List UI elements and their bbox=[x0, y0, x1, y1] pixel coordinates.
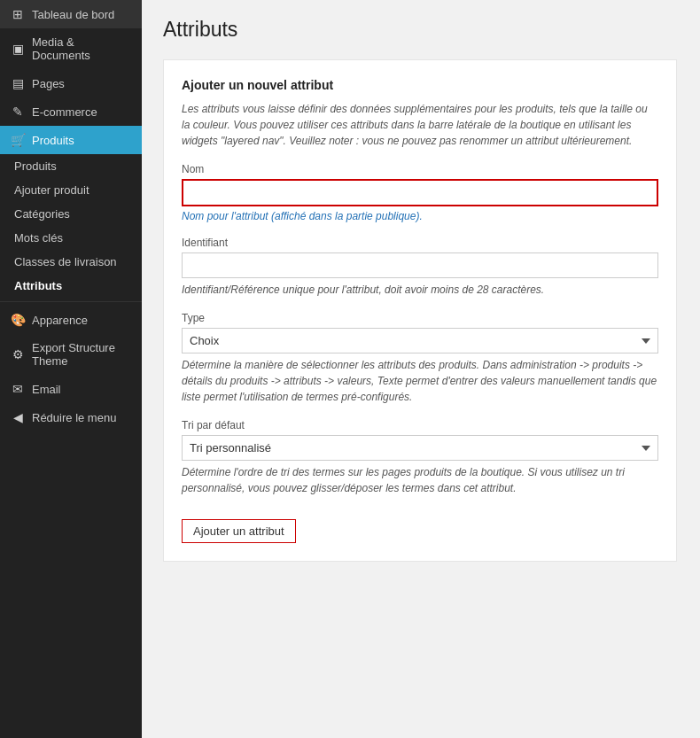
sub-attributs-label: Attributs bbox=[14, 279, 62, 292]
sub-mots-cles-label: Mots clés bbox=[14, 231, 63, 245]
sidebar-item-produits[interactable]: 🛒 Produits bbox=[0, 126, 142, 154]
sidebar-item-media[interactable]: ▣ Media & Documents bbox=[0, 28, 142, 69]
sidebar-item-email[interactable]: ✉ Email bbox=[0, 375, 142, 403]
sidebar-sub-classes-livraison[interactable]: Classes de livraison bbox=[0, 250, 142, 274]
type-select[interactable]: Choix Texte Liste bbox=[182, 328, 658, 353]
type-group: Type Choix Texte Liste Détermine la mani… bbox=[182, 312, 658, 405]
sidebar-item-reduire[interactable]: ◀ Réduire le menu bbox=[0, 403, 142, 431]
form-section-title: Ajouter un nouvel attribut bbox=[182, 78, 658, 92]
sidebar-item-export-structure[interactable]: ⚙ Export Structure Theme bbox=[0, 334, 142, 375]
email-icon: ✉ bbox=[11, 382, 25, 396]
tri-group: Tri par défaut Tri personnalisé Nom ID d… bbox=[182, 419, 658, 496]
sub-produits-label: Produits bbox=[14, 159, 57, 173]
tri-hint: Détermine l'ordre de tri des termes sur … bbox=[182, 464, 658, 496]
sidebar-label-media: Media & Documents bbox=[32, 35, 131, 62]
pages-icon: ▤ bbox=[11, 76, 25, 90]
sidebar-label-tableau: Tableau de bord bbox=[32, 8, 114, 21]
media-icon: ▣ bbox=[11, 42, 25, 56]
nom-label: Nom bbox=[182, 163, 658, 175]
produits-icon: 🛒 bbox=[11, 133, 25, 147]
sidebar-label-reduire: Réduire le menu bbox=[32, 411, 116, 424]
sidebar-sub-attributs[interactable]: Attributs bbox=[0, 274, 142, 298]
sidebar-item-tableau-de-bord[interactable]: ⊞ Tableau de bord bbox=[0, 0, 142, 28]
sidebar-label-pages: Pages bbox=[32, 77, 65, 90]
sub-ajouter-label: Ajouter produit bbox=[14, 183, 89, 197]
identifiant-group: Identifiant Identifiant/Référence unique… bbox=[182, 237, 658, 298]
sidebar-sub-ajouter-produit[interactable]: Ajouter produit bbox=[0, 178, 142, 202]
sidebar-sub-mots-cles[interactable]: Mots clés bbox=[0, 226, 142, 250]
export-icon: ⚙ bbox=[11, 347, 25, 361]
page-title: Attributs bbox=[163, 18, 679, 42]
type-hint: Détermine la manière de sélectionner les… bbox=[182, 357, 658, 405]
submit-button[interactable]: Ajouter un attribut bbox=[182, 519, 296, 543]
tri-select[interactable]: Tri personnalisé Nom ID du terme Slug du… bbox=[182, 435, 658, 461]
nom-group: Nom Nom pour l'attribut (affiché dans la… bbox=[182, 163, 658, 222]
sidebar-label-apparence: Apparence bbox=[32, 314, 88, 327]
sidebar-item-pages[interactable]: ▤ Pages bbox=[0, 69, 142, 97]
form-description: Les attributs vous laisse définir des do… bbox=[182, 101, 658, 149]
add-attribute-form: Ajouter un nouvel attribut Les attributs… bbox=[163, 59, 677, 562]
sidebar-label-email: Email bbox=[32, 383, 61, 396]
sidebar-sub-produits[interactable]: Produits bbox=[0, 154, 142, 178]
sidebar-divider-1 bbox=[0, 301, 142, 302]
sidebar-item-ecommerce[interactable]: ✎ E-commerce bbox=[0, 97, 142, 126]
ecommerce-icon: ✎ bbox=[11, 105, 25, 119]
sidebar-sub-categories[interactable]: Catégories bbox=[0, 202, 142, 226]
apparence-icon: 🎨 bbox=[11, 313, 25, 327]
identifiant-label: Identifiant bbox=[182, 237, 658, 249]
nom-input[interactable] bbox=[182, 179, 658, 206]
sub-categories-label: Catégories bbox=[14, 207, 70, 221]
main-content: Attributs Ajouter un nouvel attribut Les… bbox=[142, 0, 700, 738]
identifiant-input[interactable] bbox=[182, 252, 658, 278]
tri-label: Tri par défaut bbox=[182, 419, 658, 431]
reduire-icon: ◀ bbox=[11, 410, 25, 424]
sidebar-label-ecommerce: E-commerce bbox=[32, 105, 97, 119]
identifiant-hint: Identifiant/Référence unique pour l'attr… bbox=[182, 282, 658, 298]
sub-classes-label: Classes de livraison bbox=[14, 255, 117, 268]
nom-hint: Nom pour l'attribut (affiché dans la par… bbox=[182, 210, 658, 222]
sidebar-label-export: Export Structure Theme bbox=[32, 341, 131, 368]
sidebar-item-apparence[interactable]: 🎨 Apparence bbox=[0, 306, 142, 334]
sidebar-label-produits: Produits bbox=[32, 134, 74, 147]
sidebar: ⊞ Tableau de bord ▣ Media & Documents ▤ … bbox=[0, 0, 142, 738]
dashboard-icon: ⊞ bbox=[11, 7, 25, 21]
type-label: Type bbox=[182, 312, 658, 324]
